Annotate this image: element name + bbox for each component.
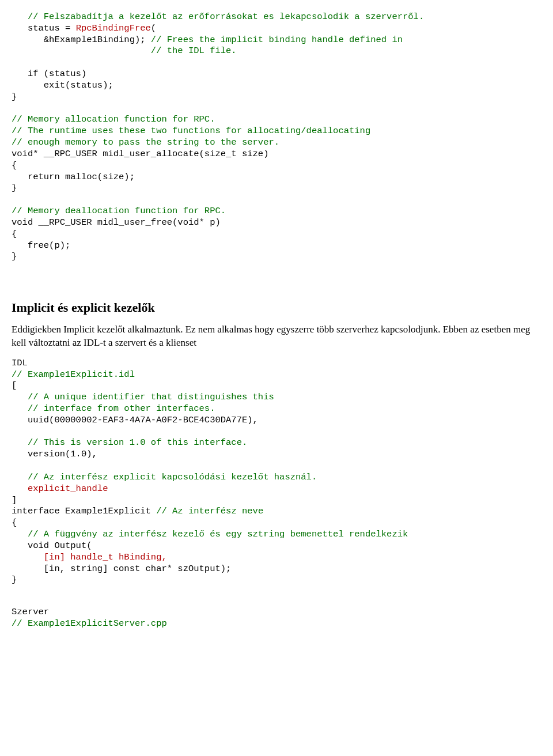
code-line: return malloc(size); [12,172,135,182]
code-comment: // Example1Explicit.idl [12,369,135,380]
code-line: version(1.0), [12,449,97,459]
code-comment: // Example1ExplicitServer.cpp [12,618,167,629]
code-line: Szerver [12,607,49,617]
code-line: { [12,517,17,528]
code-line: ( [151,23,156,33]
code-line: status = [12,23,76,33]
code-line: ] [12,495,17,505]
code-comment: // The runtime uses these two functions … [12,126,370,136]
code-line: [in, string] const char* szOutput); [12,564,231,574]
code-comment: // interface from other interfaces. [12,403,215,414]
code-comment: // This is version 1.0 of this interface… [12,437,247,448]
code-line: exit(status); [12,80,113,90]
code-line: void Output( [12,540,92,551]
code-block-3: Szerver // Example1ExplicitServer.cpp [12,607,541,630]
code-highlight: explicit_handle [12,483,108,494]
code-line: } [12,251,17,262]
code-comment: // Memory allocation function for RPC. [12,114,215,124]
code-comment: // Frees the implicit binding handle def… [151,35,403,45]
code-highlight: RpcBindingFree [76,23,151,33]
code-comment: // Memory deallocation function for RPC. [12,206,226,216]
code-line: { [12,229,17,239]
code-line: } [12,92,17,102]
code-highlight: [in] handle_t hBinding, [12,552,167,562]
code-line: interface Example1Explicit [12,506,156,516]
code-line: void __RPC_USER midl_user_free(void* p) [12,217,221,228]
code-comment: // A függvény az interfész kezelő és egy… [12,529,408,539]
code-line: free(p); [12,240,70,251]
paragraph-text: Eddigiekben Implicit kezelőt alkalmaztun… [12,323,541,350]
code-comment: // A unique identifier that distinguishe… [12,392,274,402]
code-line: IDL [12,358,28,368]
code-line: // Felszabadítja a kezelőt az erőforráso… [12,12,424,22]
code-comment: // enough memory to pass the string to t… [12,137,279,148]
code-block-1: // Felszabadítja a kezelőt az erőforráso… [12,12,541,263]
code-line: [ [12,380,17,391]
code-line: &hExample1Binding); [12,35,151,45]
code-line: { [12,160,17,171]
section-heading: Implicit és explicit kezelők [12,300,541,316]
code-comment: // Az interfész explicit kapcsolódási ke… [12,472,317,482]
code-block-2: IDL // Example1Explicit.idl [ // A uniqu… [12,358,541,587]
code-line: uuid(00000002-EAF3-4A7A-A0F2-BCE4C30DA77… [12,415,258,425]
code-line: void* __RPC_USER midl_user_allocate(size… [12,149,268,159]
code-comment: // the IDL file. [12,46,237,56]
code-comment: // Az interfész neve [156,506,263,516]
code-line: } [12,574,17,585]
code-line: } [12,183,17,193]
code-line: if (status) [12,69,86,79]
